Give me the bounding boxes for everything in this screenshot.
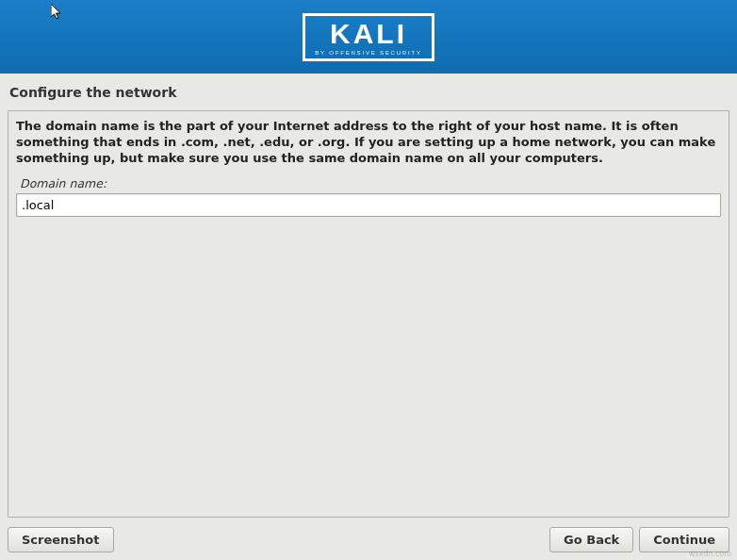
network-description: The domain name is the part of your Inte… — [16, 119, 721, 167]
watermark: wsxdn.com — [689, 550, 731, 558]
domain-name-label: Domain name: — [20, 176, 721, 190]
logo-text: KALI — [330, 20, 407, 48]
domain-name-input[interactable] — [16, 193, 721, 217]
logo-subtext: BY OFFENSIVE SECURITY — [315, 50, 421, 56]
button-bar: Screenshot Go Back Continue — [8, 527, 729, 552]
go-back-button[interactable]: Go Back — [549, 527, 633, 552]
content-frame: The domain name is the part of your Inte… — [8, 110, 729, 518]
continue-button[interactable]: Continue — [639, 527, 729, 552]
installer-header: KALI BY OFFENSIVE SECURITY — [0, 0, 737, 74]
screenshot-button[interactable]: Screenshot — [8, 527, 114, 552]
kali-logo: KALI BY OFFENSIVE SECURITY — [303, 13, 434, 61]
page-title: Configure the network — [0, 74, 737, 107]
